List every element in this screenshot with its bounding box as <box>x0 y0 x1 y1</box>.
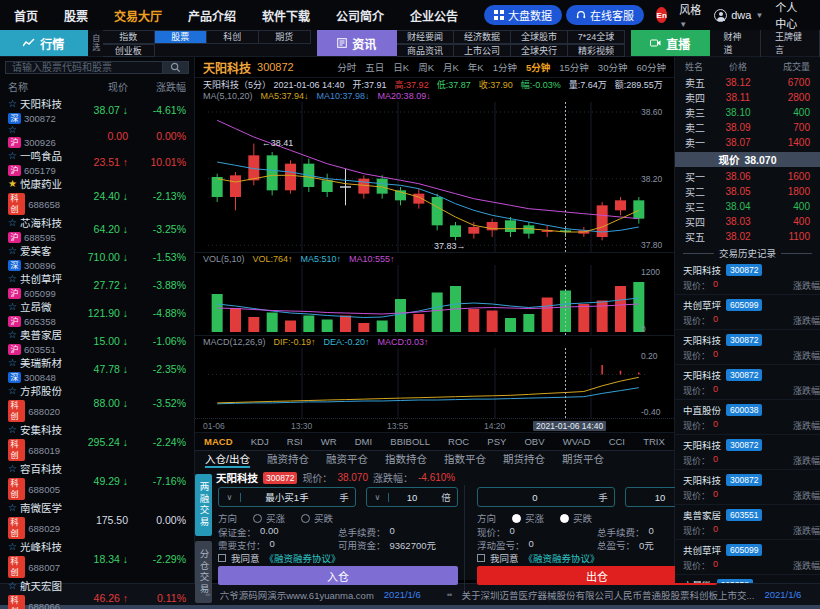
agree-checkbox[interactable] <box>218 554 226 562</box>
star-icon[interactable]: ☆ <box>8 580 17 591</box>
live-button[interactable]: 直播 <box>631 30 710 56</box>
ticker-item[interactable]: •• 关于深圳迈普医疗器械股份有限公司人民币普通股股票科创板上市交... 202… <box>447 588 802 602</box>
watchlist-item[interactable]: ☆天阳科技 深300872 38.07 ↓ -4.61% <box>0 96 194 124</box>
watchlist-item[interactable]: ☆安集科技 科创688019 295.24 ↓ -2.24% <box>0 422 194 461</box>
style-dropdown[interactable]: 风格 ▼ <box>679 1 702 29</box>
indicator-tab-dmi[interactable]: DMI <box>355 436 372 447</box>
trade-history-item[interactable]: 立昂微 605358 现价： 121.900 涨跌幅：买入 <box>675 575 820 583</box>
indicator-tab-kdj[interactable]: KDJ <box>251 436 269 447</box>
indicator-tab-cci[interactable]: CCI <box>609 436 625 447</box>
news-link[interactable]: 全球央行 <box>511 44 568 58</box>
star-icon[interactable]: ☆ <box>8 98 17 109</box>
market-tab[interactable]: 创业板 <box>103 44 155 58</box>
period-tab[interactable]: 5分钟 <box>526 60 550 74</box>
indicator-tab-wvad[interactable]: WVAD <box>563 436 591 447</box>
left-quantity-select[interactable]: ∨ 最小买1手 手 <box>218 487 356 507</box>
star-icon[interactable]: ☆ <box>8 463 17 474</box>
period-tab[interactable]: 周K <box>418 60 434 74</box>
watchlist-item[interactable]: ☆爱美客 深300896 710.00 ↓ -1.53% <box>0 243 194 271</box>
period-tab[interactable]: 月K <box>443 60 459 74</box>
personal-center-link[interactable]: 个人中心 <box>775 0 806 31</box>
star-icon[interactable]: ☆ <box>8 385 17 396</box>
trade-tab[interactable]: 入仓/出仓 <box>205 451 250 468</box>
star-icon[interactable]: ☆ <box>8 150 17 161</box>
watchlist-item[interactable]: ☆容百科技 科创688005 49.29 ↓ -7.16% <box>0 461 194 500</box>
news-link[interactable]: 商品资讯 <box>397 44 454 58</box>
star-icon[interactable]: ☆ <box>8 124 17 135</box>
language-badge[interactable]: En <box>656 7 667 23</box>
trade-history-item[interactable]: 天阳科技 300872 现价： 0 涨跌幅：买入 <box>675 260 820 295</box>
stock-search-input[interactable] <box>5 61 163 74</box>
news-button[interactable]: 资讯 <box>317 30 397 56</box>
agreement-link[interactable]: 《融资融券协议》 <box>524 551 600 565</box>
buy-short-radio[interactable]: 买跌 <box>301 511 333 525</box>
watchlist-item[interactable]: ☆航天宏图 科创688066 46.26 ↑ 0.11% <box>0 578 194 609</box>
buy-short-radio[interactable]: 买跌 <box>560 511 592 525</box>
period-tab[interactable]: 年K <box>468 60 484 74</box>
trade-tab[interactable]: 指数平仓 <box>444 451 486 468</box>
trade-history-item[interactable]: 奥普家居 603551 现价： 0 涨跌幅：买入 <box>675 505 820 540</box>
watchlist-item[interactable]: ☆立昂微 沪605358 121.90 ↓ -4.88% <box>0 299 194 327</box>
market-tab[interactable]: 科创 <box>207 30 259 44</box>
trade-history-item[interactable]: 共创草坪 605099 现价： 0 涨跌幅：买入 <box>675 540 820 575</box>
news-link[interactable]: 全球股市 <box>511 30 568 44</box>
watchlist-item[interactable]: ☆美瑞新材 深300848 47.78 ↓ -2.35% <box>0 355 194 383</box>
trade-history-item[interactable]: 天阳科技 300872 现价： 0 涨跌幅：买入 <box>675 435 820 470</box>
watchlist-item[interactable]: ☆方邦股份 科创688020 88.00 ↓ -3.52% <box>0 383 194 422</box>
trade-tab[interactable]: 融资持仓 <box>267 451 309 468</box>
buy-long-radio[interactable]: 买涨 <box>512 511 544 525</box>
online-service-button[interactable]: 在线客服 <box>566 5 644 25</box>
nav-item-3[interactable]: 产品介绍 <box>188 7 236 24</box>
nav-item-1[interactable]: 股票 <box>64 7 88 24</box>
trade-history-item[interactable]: 共创草坪 605099 现价： 0 涨跌幅：买入 <box>675 295 820 330</box>
indicator-tab-trix[interactable]: TRIX <box>643 436 665 447</box>
star-icon[interactable]: ☆ <box>8 273 17 284</box>
indicator-tab-bbiboll[interactable]: BBIBOLL <box>390 436 430 447</box>
nav-item-2[interactable]: 交易大厅 <box>114 7 162 24</box>
period-tab[interactable]: 1分钟 <box>493 60 517 74</box>
period-tab[interactable]: 分时 <box>337 60 356 74</box>
trade-history-item[interactable]: 天阳科技 300872 现价： 0 涨跌幅：买入 <box>675 365 820 400</box>
right-quantity-select[interactable]: 0 手 <box>477 487 615 507</box>
market-tab[interactable]: 指数 <box>103 30 155 44</box>
trade-mode-tab[interactable]: 两融交易 <box>195 474 212 536</box>
star-icon[interactable]: ☆ <box>8 502 17 513</box>
user-dropdown[interactable]: dwa ▼ <box>714 9 763 22</box>
live-link[interactable]: 王牌健言 <box>761 30 820 57</box>
trade-tab[interactable]: 指数持仓 <box>385 451 427 468</box>
news-link[interactable]: 财经要闻 <box>397 30 454 44</box>
ticker-item[interactable]: •• 六爷源码网演示www.61yuanma.com 2021/1/6 <box>205 588 421 602</box>
trade-tab[interactable]: 融资平仓 <box>326 451 368 468</box>
watchlist-item[interactable]: ☆ 沪300926 0.00 0.00% <box>0 124 194 148</box>
watchlist-item[interactable]: ☆奥普家居 沪603551 15.00 ↓ -1.06% <box>0 327 194 355</box>
star-icon[interactable]: ☆ <box>8 329 17 340</box>
agreement-link[interactable]: 《融资融券协议》 <box>265 551 341 565</box>
trade-history-item[interactable]: 天阳科技 300872 现价： 0 涨跌幅：买入 <box>675 330 820 365</box>
live-link[interactable]: 财神道 <box>710 30 762 57</box>
period-tab[interactable]: 五日 <box>365 60 384 74</box>
period-tab[interactable]: 15分钟 <box>559 60 589 74</box>
watchlist-item[interactable]: ☆南微医学 科创688029 175.50 0.00% <box>0 500 194 539</box>
left-leverage-select[interactable]: ∨ 10 倍 <box>366 487 458 507</box>
star-icon[interactable]: ☆ <box>8 301 17 312</box>
star-icon[interactable]: ★ <box>8 178 17 189</box>
watchlist-item[interactable]: ☆共创草坪 沪605099 27.72 ↓ -3.88% <box>0 271 194 299</box>
trade-history-item[interactable]: 中直股份 600038 现价： 0 涨跌幅：买入 <box>675 400 820 435</box>
watchlist-item[interactable]: ☆芯海科技 沪688595 64.20 ↓ -3.25% <box>0 215 194 243</box>
macd-chart[interactable]: 0.20-0.40 <box>195 348 674 418</box>
nav-item-0[interactable]: 首页 <box>14 7 38 24</box>
market-tab[interactable]: 期货 <box>259 30 311 44</box>
buy-long-radio[interactable]: 买涨 <box>253 511 285 525</box>
watchlist-item[interactable]: ☆光峰科技 科创688007 18.34 ↓ -2.29% <box>0 539 194 578</box>
nav-item-4[interactable]: 软件下载 <box>262 7 310 24</box>
watchlist-item[interactable]: ★悦康药业 科创688658 24.40 ↓ -2.13% <box>0 176 194 215</box>
indicator-tab-psy[interactable]: PSY <box>487 436 506 447</box>
news-link[interactable]: 7*24全球 <box>568 30 625 44</box>
trade-tab[interactable]: 期货持仓 <box>503 451 545 468</box>
news-link[interactable]: 精彩视频 <box>568 44 625 58</box>
market-tab[interactable]: 股票 <box>155 30 207 44</box>
kline-chart[interactable]: 38.6038.2037.80←38.4137.83→ <box>195 102 674 252</box>
indicator-tab-rsi[interactable]: RSI <box>287 436 303 447</box>
indicator-tab-wr[interactable]: WR <box>321 436 337 447</box>
period-tab[interactable]: 30分钟 <box>598 60 628 74</box>
